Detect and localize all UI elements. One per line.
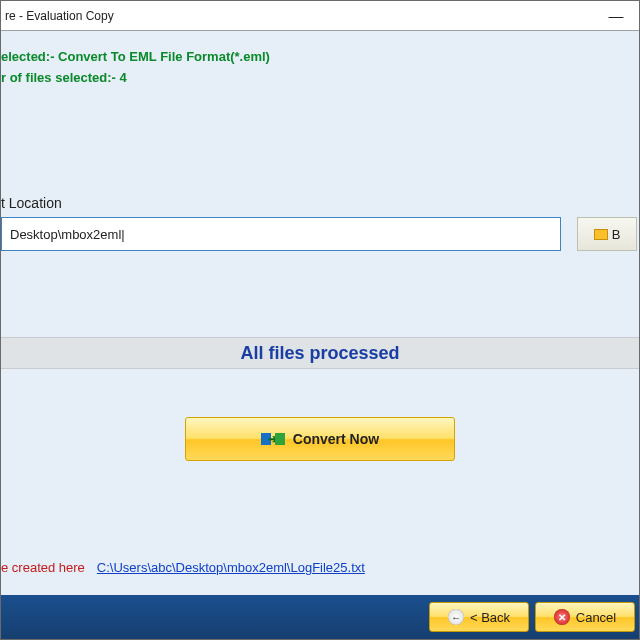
back-icon: ←	[448, 609, 464, 625]
convert-now-button[interactable]: ➔ Convert Now	[185, 417, 455, 461]
application-window: re - Evaluation Copy — elected:- Convert…	[0, 0, 640, 640]
cancel-icon: ✕	[554, 609, 570, 625]
target-location-row: B	[1, 217, 639, 251]
wizard-footer: ← < Back ✕ Cancel	[1, 595, 639, 639]
target-location-label: t Location	[1, 195, 639, 211]
titlebar: re - Evaluation Copy —	[1, 1, 639, 31]
log-row: e created here C:\Users\abc\Desktop\mbox…	[1, 560, 365, 575]
status-text: All files processed	[240, 343, 399, 364]
browse-button[interactable]: B	[577, 217, 637, 251]
convert-row: ➔ Convert Now	[1, 417, 639, 461]
status-bar: All files processed	[1, 337, 639, 369]
minimize-button[interactable]: —	[597, 5, 635, 27]
convert-icon: ➔	[261, 432, 285, 446]
back-label: < Back	[470, 610, 510, 625]
format-selected-text: elected:- Convert To EML File Format(*.e…	[1, 49, 639, 64]
back-button[interactable]: ← < Back	[429, 602, 529, 632]
browse-label: B	[612, 227, 621, 242]
convert-label: Convert Now	[293, 431, 379, 447]
folder-icon	[594, 229, 608, 240]
files-selected-text: r of files selected:- 4	[1, 70, 639, 85]
cancel-label: Cancel	[576, 610, 616, 625]
window-title: re - Evaluation Copy	[1, 9, 114, 23]
log-label: e created here	[1, 560, 85, 575]
cancel-button[interactable]: ✕ Cancel	[535, 602, 635, 632]
target-location-input[interactable]	[1, 217, 561, 251]
window-controls: —	[597, 5, 635, 27]
log-link[interactable]: C:\Users\abc\Desktop\mbox2eml\LogFile25.…	[97, 560, 365, 575]
content-area: elected:- Convert To EML File Format(*.e…	[1, 31, 639, 595]
